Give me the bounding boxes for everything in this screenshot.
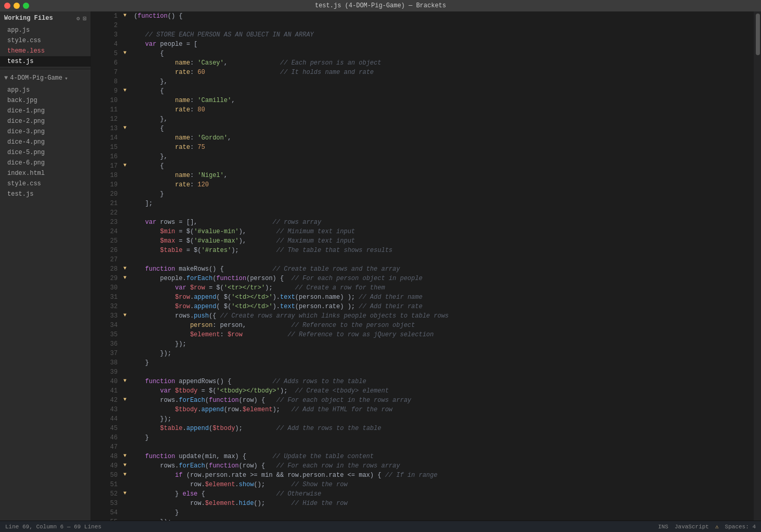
minimap-scroll[interactable] bbox=[756, 14, 760, 55]
table-row: 11 rate: 80 bbox=[91, 105, 754, 115]
code-content: function update(min, max) { // Update th… bbox=[128, 452, 754, 461]
fold-arrow[interactable]: ▼ bbox=[122, 11, 128, 21]
sidebar-file-app-js[interactable]: app.js bbox=[0, 25, 91, 35]
fold-arrow bbox=[122, 236, 128, 246]
fold-arrow[interactable]: ▼ bbox=[122, 396, 128, 405]
close-button[interactable] bbox=[4, 3, 10, 9]
project-file-app-js[interactable]: app.js bbox=[0, 85, 91, 95]
fold-arrow[interactable]: ▼ bbox=[122, 311, 128, 321]
line-number: 8 bbox=[91, 77, 122, 86]
fold-arrow[interactable]: ▼ bbox=[122, 161, 128, 171]
fold-arrow[interactable]: ▼ bbox=[122, 461, 128, 471]
table-row: 38 } bbox=[91, 358, 754, 368]
split-icon[interactable]: ⊡ bbox=[83, 15, 86, 22]
line-number: 30 bbox=[91, 283, 122, 293]
code-content bbox=[128, 208, 754, 218]
fold-arrow[interactable]: ▼ bbox=[122, 124, 128, 133]
sidebar-file-style-css[interactable]: style.css bbox=[0, 35, 91, 46]
table-row: 45 $table.append($tbody); // Add the row… bbox=[91, 424, 754, 433]
table-row: 52▼ } else { // Otherwise bbox=[91, 489, 754, 499]
line-number: 11 bbox=[91, 105, 122, 115]
sidebar-file-test-js[interactable]: test.js bbox=[0, 56, 91, 67]
project-file-dice-6[interactable]: dice-6.png bbox=[0, 158, 91, 168]
fold-arrow bbox=[122, 30, 128, 40]
main-layout: Working Files ⚙ ⊡ app.js style.css theme… bbox=[0, 11, 761, 521]
table-row: 5▼ { bbox=[91, 49, 754, 58]
project-file-test-js[interactable]: test.js bbox=[0, 189, 91, 199]
line-number: 54 bbox=[91, 508, 122, 517]
code-content: $table = $('#rates'); // The table that … bbox=[128, 246, 754, 255]
code-content: var $row = $('<tr></tr>'); // Create a r… bbox=[128, 283, 754, 293]
project-file-dice-3[interactable]: dice-3.png bbox=[0, 126, 91, 137]
fold-arrow bbox=[122, 152, 128, 161]
line-number: 22 bbox=[91, 208, 122, 218]
table-row: 30 var $row = $('<tr></tr>'); // Create … bbox=[91, 283, 754, 293]
code-content: var $tbody = $('<tbody></tbody>'); // Cr… bbox=[128, 386, 754, 396]
fold-arrow[interactable]: ▼ bbox=[122, 86, 128, 96]
fold-arrow bbox=[122, 480, 128, 489]
maximize-button[interactable] bbox=[23, 3, 29, 9]
code-content: } bbox=[128, 358, 754, 368]
editor: 1▼ (function() {23 // STORE EACH PERSON … bbox=[91, 11, 754, 521]
table-row: 19 rate: 120 bbox=[91, 180, 754, 189]
project-file-dice-4[interactable]: dice-4.png bbox=[0, 137, 91, 147]
project-header[interactable]: ▼ 4-DOM-Pig-Game ▾ bbox=[0, 71, 91, 85]
table-row: 20 } bbox=[91, 189, 754, 199]
table-row: 26 $table = $('#rates'); // The table th… bbox=[91, 246, 754, 255]
project-file-dice-5[interactable]: dice-5.png bbox=[0, 147, 91, 158]
warning-icon[interactable]: ⚠ bbox=[715, 523, 719, 530]
fold-arrow[interactable]: ▼ bbox=[122, 489, 128, 499]
line-number: 43 bbox=[91, 405, 122, 414]
code-content: rows.forEach(function(row) { // For each… bbox=[128, 396, 754, 405]
fold-arrow bbox=[122, 283, 128, 293]
code-content: $row.append( $('<td></td>').text(person.… bbox=[128, 293, 754, 302]
code-content bbox=[128, 442, 754, 452]
code-content: people.forEach(function(person) { // For… bbox=[128, 274, 754, 283]
code-content: row.$element.hide(); // Hide the row bbox=[128, 499, 754, 508]
sidebar-file-theme-less[interactable]: theme.less bbox=[0, 46, 91, 56]
line-number: 29 bbox=[91, 274, 122, 283]
table-row: 34 person: person, // Reference to the p… bbox=[91, 321, 754, 330]
fold-arrow[interactable]: ▼ bbox=[122, 49, 128, 58]
line-number: 16 bbox=[91, 152, 122, 161]
project-file-dice-2[interactable]: dice-2.png bbox=[0, 116, 91, 126]
table-row: 36 }); bbox=[91, 339, 754, 349]
code-content: rows.push({ // Create rows array which l… bbox=[128, 311, 754, 321]
code-area[interactable]: 1▼ (function() {23 // STORE EACH PERSON … bbox=[91, 11, 754, 521]
fold-arrow[interactable]: ▼ bbox=[122, 264, 128, 274]
table-row: 42▼ rows.forEach(function(row) { // For … bbox=[91, 396, 754, 405]
code-content: $max = $('#value-max'), // Maximum text … bbox=[128, 236, 754, 246]
line-number: 37 bbox=[91, 349, 122, 358]
fold-arrow bbox=[122, 424, 128, 433]
fold-arrow[interactable]: ▼ bbox=[122, 274, 128, 283]
line-number: 19 bbox=[91, 180, 122, 189]
line-number: 48 bbox=[91, 452, 122, 461]
project-arrow: ▼ bbox=[4, 74, 8, 82]
fold-arrow[interactable]: ▼ bbox=[122, 471, 128, 480]
fold-arrow[interactable]: ▼ bbox=[122, 377, 128, 386]
line-number: 51 bbox=[91, 480, 122, 489]
project-file-index-html[interactable]: index.html bbox=[0, 168, 91, 179]
line-number: 32 bbox=[91, 302, 122, 311]
code-content: { bbox=[128, 124, 754, 133]
line-number: 49 bbox=[91, 461, 122, 471]
minimize-button[interactable] bbox=[14, 3, 20, 9]
code-content: var rows = [], // rows array bbox=[128, 218, 754, 227]
table-row: 27 bbox=[91, 255, 754, 264]
line-number: 2 bbox=[91, 21, 122, 30]
fold-arrow[interactable]: ▼ bbox=[122, 452, 128, 461]
table-row: 9▼ { bbox=[91, 86, 754, 96]
code-content: function makeRows() { // Create table ro… bbox=[128, 264, 754, 274]
project-file-back-jpg[interactable]: back.jpg bbox=[0, 95, 91, 106]
fold-arrow bbox=[122, 255, 128, 264]
table-row: 16 }, bbox=[91, 152, 754, 161]
code-content: rate: 120 bbox=[128, 180, 754, 189]
code-content: // STORE EACH PERSON AS AN OBJECT IN AN … bbox=[128, 30, 754, 40]
language-mode[interactable]: JavaScript bbox=[675, 524, 709, 530]
settings-icon[interactable]: ⚙ bbox=[77, 15, 80, 22]
project-file-style-css[interactable]: style.css bbox=[0, 179, 91, 189]
code-content: }, bbox=[128, 152, 754, 161]
project-file-dice-1[interactable]: dice-1.png bbox=[0, 106, 91, 116]
spaces-setting[interactable]: Spaces: 4 bbox=[725, 524, 756, 530]
sidebar-divider bbox=[0, 69, 91, 69]
